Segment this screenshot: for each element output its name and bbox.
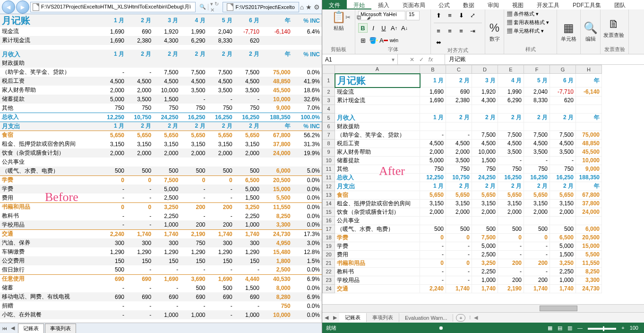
italic-button[interactable]: I bbox=[369, 23, 378, 33]
sheet-tab-2[interactable]: 事项列表 bbox=[45, 324, 76, 333]
table-format-button[interactable]: ▦ 套用表格格式 ▾ bbox=[507, 19, 549, 26]
group-invoice: 发票查验 bbox=[603, 46, 626, 53]
name-box[interactable]: A1▾ bbox=[322, 54, 398, 64]
excel-ribbon-tabs: 文件 开始 插入 页面布局 公式 数据 审阅 视图 开发工具 PDF工具集 团队 bbox=[322, 0, 644, 9]
address-text: F:\VS2017Project\ExceltoHTML_XLS\HtmlToE… bbox=[41, 3, 191, 10]
h-scrollbar[interactable] bbox=[322, 304, 644, 312]
enter-icon[interactable]: ✓ bbox=[419, 56, 424, 63]
font-color-icon[interactable]: A bbox=[379, 36, 388, 45]
align-center-icon[interactable]: ≡ bbox=[445, 26, 455, 35]
group-font: 字体 bbox=[358, 46, 428, 53]
page-icon bbox=[33, 3, 39, 11]
indent-icon[interactable]: ⇥ bbox=[468, 26, 477, 35]
align-left-icon[interactable]: ≡ bbox=[434, 26, 443, 35]
bold-button[interactable]: B bbox=[358, 23, 368, 33]
tab-data[interactable]: 数据 bbox=[456, 0, 481, 9]
view-controls[interactable]: ▦ ▤ ▥ — + 100 bbox=[546, 325, 640, 331]
group-clipboard: 剪贴板 bbox=[325, 46, 352, 53]
scroll-thumb[interactable] bbox=[540, 306, 577, 311]
group-align: 对齐方式 bbox=[434, 47, 482, 54]
tab-dev[interactable]: 开发工具 bbox=[530, 0, 566, 9]
first-sheet-icon[interactable]: ⏮ bbox=[0, 325, 9, 331]
cut-icon[interactable]: ✂ bbox=[343, 12, 352, 22]
shrink-font-icon[interactable]: A↓ bbox=[400, 23, 409, 33]
phonetic-icon[interactable]: wén bbox=[389, 36, 399, 45]
excel-ribbon: 📋 粘贴 ✂ ⧉ 🖌 剪贴板 Microsoft YaHei 15 B I bbox=[322, 9, 644, 54]
invoice-icon: 🗎 bbox=[608, 18, 619, 31]
status-text: 就绪 bbox=[326, 324, 336, 332]
browser-tab[interactable]: F:\VS2017Project\Excelto bbox=[223, 2, 299, 12]
tab-insert[interactable]: 插入 bbox=[371, 0, 396, 9]
copy-icon[interactable]: ⧉ bbox=[354, 13, 363, 22]
number-format-button[interactable]: %数字 bbox=[488, 21, 501, 43]
ie-titlebar: ◄ ► F:\VS2017Project\ExceltoHTML_XLS\Htm… bbox=[0, 0, 322, 14]
cond-format-button[interactable]: ▦ 条件格式 ▾ bbox=[507, 10, 539, 18]
fx-icon[interactable]: fx bbox=[429, 56, 433, 63]
align-right-icon[interactable]: ≡ bbox=[456, 26, 466, 35]
sheet-tab-1[interactable]: 记账表 bbox=[339, 313, 367, 322]
tab-review[interactable]: 审阅 bbox=[481, 0, 506, 9]
group-styles: 样式 bbox=[507, 46, 554, 53]
normal-view-icon[interactable]: ▦ bbox=[548, 325, 552, 331]
page-layout-icon[interactable]: ▤ bbox=[558, 325, 562, 331]
find-icon: 🔍 bbox=[584, 21, 598, 35]
formula-bar: A1▾ ✕ ✓ fx 月记账 bbox=[322, 54, 644, 65]
excel-statusbar: 就绪 ⏺ ▦ ▤ ▥ — + 100 bbox=[322, 323, 644, 333]
excel-sheet-tabs: ◀ ▶ 记账表 事项列表 Evaluation Warn... + ⁝ ◀ bbox=[322, 312, 644, 323]
align-bot-icon[interactable]: ⬇ bbox=[456, 10, 466, 20]
cells-icon: ▦ bbox=[563, 21, 574, 35]
merge-icon[interactable]: ⬌ bbox=[434, 37, 443, 47]
grow-font-icon[interactable]: A↑ bbox=[389, 23, 399, 33]
search-icon: 🔍 bbox=[199, 4, 206, 10]
page-icon bbox=[227, 3, 233, 11]
align-top-icon[interactable]: ⬆ bbox=[434, 10, 443, 20]
invoice-check-button[interactable]: 🗎发票查验 bbox=[603, 18, 624, 39]
tab-layout[interactable]: 页面布局 bbox=[396, 0, 432, 9]
page-break-icon[interactable]: ▥ bbox=[567, 325, 572, 331]
sheet-tab-2[interactable]: 事项列表 bbox=[367, 313, 399, 322]
cancel-icon[interactable]: ✕ bbox=[410, 56, 414, 63]
search-hint[interactable]: 🔍 ▾ ↻ ✕ bbox=[199, 1, 219, 13]
orientation-icon[interactable]: ⤢ bbox=[468, 10, 477, 20]
add-sheet-button[interactable]: + bbox=[456, 314, 465, 322]
window-tools[interactable]: ⌂ ★ ⚙ bbox=[300, 3, 320, 11]
tab-view[interactable]: 视图 bbox=[506, 0, 530, 9]
fill-color-icon[interactable]: 🪣 bbox=[369, 36, 378, 45]
address-bar[interactable]: F:\VS2017Project\ExceltoHTML_XLS\HtmlToE… bbox=[30, 2, 196, 12]
border-icon[interactable]: ⊞ bbox=[358, 36, 368, 45]
editing-button[interactable]: 🔍编辑 bbox=[584, 21, 598, 43]
ie-sheet-tabs: ⏮ ◀ 记账表 事项列表 bbox=[0, 323, 322, 333]
sheet-nav-next-icon[interactable]: ▶ bbox=[331, 315, 339, 321]
cells-button[interactable]: ▦单元格 bbox=[560, 21, 577, 43]
sheet-tab-1[interactable]: 记账表 bbox=[18, 324, 44, 333]
number-icon: % bbox=[489, 21, 499, 35]
sheet-nav-prev-icon[interactable]: ◀ bbox=[322, 315, 331, 321]
sheet-tab-3[interactable]: Evaluation Warn... bbox=[399, 314, 453, 322]
font-size-select[interactable]: 15 bbox=[406, 11, 420, 20]
format-painter-icon[interactable]: 🖌 bbox=[365, 12, 375, 22]
tab-team[interactable]: 团队 bbox=[608, 0, 632, 9]
zoom-level[interactable]: 100 bbox=[630, 325, 638, 331]
back-button[interactable]: ◄ bbox=[2, 0, 15, 14]
prev-sheet-icon[interactable]: ◀ bbox=[9, 325, 17, 331]
excel-grid[interactable]: After ABCDEFGH1月记账1 月2 月3 月4 月5 月6 月年2现金… bbox=[322, 65, 644, 304]
tab-file[interactable]: 文件 bbox=[322, 0, 347, 9]
tab-pdf[interactable]: PDF工具集 bbox=[566, 0, 608, 9]
forward-button[interactable]: ► bbox=[16, 0, 29, 14]
ie-content[interactable]: Before 月记账1 月2 月3 月4 月5 月6 月年% INC现金流1,6… bbox=[0, 14, 322, 323]
tab-formula[interactable]: 公式 bbox=[432, 0, 456, 9]
macro-icon[interactable]: ⏺ bbox=[438, 325, 444, 331]
align-mid-icon[interactable]: ≡ bbox=[445, 10, 455, 20]
underline-button[interactable]: U bbox=[379, 23, 388, 33]
cell-style-button[interactable]: ▦ 单元格样式 ▾ bbox=[507, 27, 544, 35]
formula-input[interactable]: 月记账 bbox=[445, 54, 644, 64]
tab-home[interactable]: 开始 bbox=[347, 0, 371, 9]
